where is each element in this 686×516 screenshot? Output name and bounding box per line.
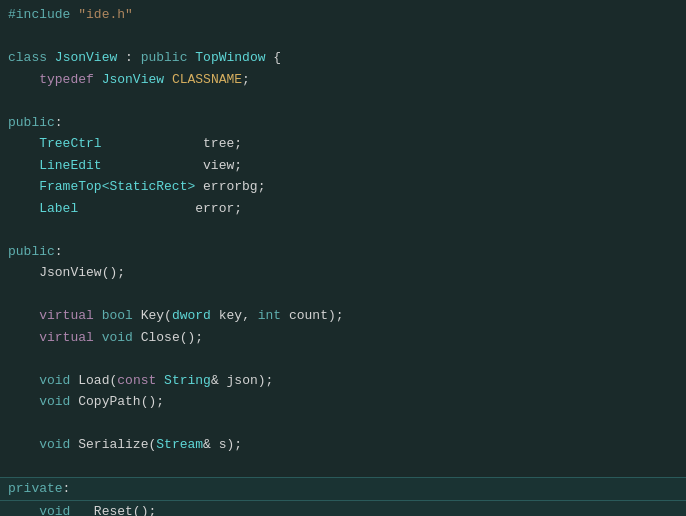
code-line-15: virtual bool Key(dword key, int count); — [0, 305, 686, 327]
bool-keyword: bool — [102, 308, 133, 323]
typedef-type: JsonView — [102, 72, 164, 87]
code-line-20 — [0, 413, 686, 435]
code-line-18: void Load(const String& json); — [0, 370, 686, 392]
code-line-22 — [0, 456, 686, 478]
void-keyword-3: void — [39, 394, 70, 409]
typedef-keyword: typedef — [39, 72, 94, 87]
void-keyword-5: void — [39, 504, 70, 517]
code-line-14 — [0, 284, 686, 306]
include-keyword: #include — [8, 7, 70, 22]
int-keyword-1: int — [258, 308, 281, 323]
code-line-4: typedef JsonView CLASSNAME; — [0, 69, 686, 91]
code-line-24: void Reset(); — [0, 501, 686, 517]
virtual-keyword-2: virtual — [39, 330, 94, 345]
tree-var: tree — [203, 136, 234, 151]
errorbg-var: errorbg — [203, 179, 258, 194]
close-func: Close — [141, 330, 180, 345]
code-line-3: class JsonView : public TopWindow { — [0, 47, 686, 69]
void-keyword-4: void — [39, 437, 70, 452]
count-param: count — [289, 308, 328, 323]
code-line-1: #include "ide.h" — [0, 4, 686, 26]
code-line-17 — [0, 348, 686, 370]
label-type: Label — [39, 201, 78, 216]
constructor-name: JsonView — [39, 265, 101, 280]
include-file: "ide.h" — [78, 7, 133, 22]
code-line-11 — [0, 219, 686, 241]
classname-macro: CLASSNAME — [172, 72, 242, 87]
public-label-1: public — [8, 115, 55, 130]
virtual-keyword-1: virtual — [39, 308, 94, 323]
treectrl-type: TreeCtrl — [39, 136, 101, 151]
string-type-1: String — [164, 373, 211, 388]
code-line-12: public: — [0, 241, 686, 263]
serialize-func: Serialize — [78, 437, 148, 452]
key-func: Key — [141, 308, 164, 323]
class-keyword: class — [8, 50, 47, 65]
public-keyword: public — [141, 50, 188, 65]
const-keyword-1: const — [117, 373, 156, 388]
code-line-6: public: — [0, 112, 686, 134]
copypath-func: CopyPath — [78, 394, 140, 409]
void-keyword-2: void — [39, 373, 70, 388]
code-line-10: Label error; — [0, 198, 686, 220]
json-param-1: json — [227, 373, 258, 388]
code-line-5 — [0, 90, 686, 112]
code-line-19: void CopyPath(); — [0, 391, 686, 413]
void-keyword-1: void — [102, 330, 133, 345]
code-line-16: virtual void Close(); — [0, 327, 686, 349]
view-var: view — [203, 158, 234, 173]
s-param: s — [219, 437, 227, 452]
frametop-type: FrameTop<StaticRect> — [39, 179, 195, 194]
private-label: private — [8, 481, 63, 496]
code-line-21: void Serialize(Stream& s); — [0, 434, 686, 456]
code-line-9: FrameTop<StaticRect> errorbg; — [0, 176, 686, 198]
stream-type: Stream — [156, 437, 203, 452]
code-line-7: TreeCtrl tree; — [0, 133, 686, 155]
code-line-2 — [0, 26, 686, 48]
public-label-2: public — [8, 244, 55, 259]
error-var: error — [195, 201, 234, 216]
dword-keyword: dword — [172, 308, 211, 323]
key-param: key — [219, 308, 242, 323]
code-line-8: LineEdit view; — [0, 155, 686, 177]
base-class: TopWindow — [195, 50, 265, 65]
code-line-23: private: — [0, 477, 686, 501]
class-name: JsonView — [55, 50, 117, 65]
code-editor: #include "ide.h" class JsonView : public… — [0, 0, 686, 516]
load-func: Load — [78, 373, 109, 388]
lineedit-type: LineEdit — [39, 158, 101, 173]
reset-func: Reset — [94, 504, 133, 517]
code-line-13: JsonView(); — [0, 262, 686, 284]
